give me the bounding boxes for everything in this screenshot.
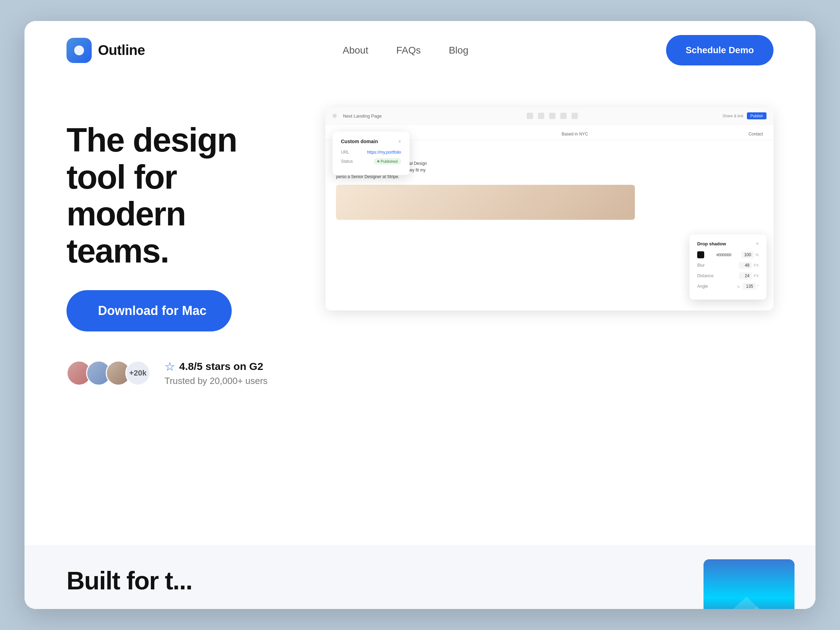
distance-value[interactable]: 24 xyxy=(739,272,752,279)
publish-button[interactable]: Publish xyxy=(747,112,766,119)
angle-input: ↘ 135 ° xyxy=(736,283,759,290)
download-for-mac-button[interactable]: Download for Mac xyxy=(66,290,232,332)
panel-title-row: Drop shadow × xyxy=(697,241,759,246)
custom-domain-modal: Custom domain × URL https://my.portfolio… xyxy=(333,132,409,175)
svg-marker-1 xyxy=(723,606,789,609)
app-toolbar: Next Landing Page Share & link Publish xyxy=(325,107,774,125)
browser-window: Outline About FAQs Blog Schedule Demo Th… xyxy=(25,21,815,609)
hero-right: Next Landing Page Share & link Publish xyxy=(305,107,774,332)
toolbar-dot xyxy=(333,114,337,118)
nav-link-blog[interactable]: Blog xyxy=(449,45,468,56)
section-2: Built for t... xyxy=(25,545,815,609)
status-dot xyxy=(377,160,379,163)
status-label: Status xyxy=(341,159,353,164)
modal-status-row: Status Published xyxy=(341,158,401,164)
drop-shadow-panel: Drop shadow × #000000 100 % xyxy=(690,235,766,300)
toolbar-title: Next Landing Page xyxy=(343,114,382,118)
section-2-image xyxy=(704,559,794,609)
toolbar-left: Next Landing Page xyxy=(333,114,382,118)
blur-label: Blur xyxy=(697,263,739,268)
logo-icon xyxy=(66,38,92,63)
page-content: Outline About FAQs Blog Schedule Demo Th… xyxy=(25,21,815,609)
modal-url-row: URL https://my.portfolio xyxy=(341,150,401,155)
mountain-svg xyxy=(704,590,789,609)
hero-left: The design tool for modern teams. Downlo… xyxy=(66,107,284,387)
portfolio-header-mid: Based in NYC xyxy=(562,132,588,136)
panel-blur-row: Blur 48 PX xyxy=(697,262,759,269)
star-icon: ☆ xyxy=(164,360,175,373)
avatars: +20k xyxy=(66,360,150,386)
trusted-text: Trusted by 20,000+ users xyxy=(164,376,268,387)
angle-value[interactable]: 135 xyxy=(743,283,756,290)
opacity-value[interactable]: 100 xyxy=(741,251,754,258)
angle-label: Angle xyxy=(697,284,736,289)
logo-text: Outline xyxy=(98,43,145,58)
panel-distance-row: Distance 24 PX xyxy=(697,272,759,279)
blur-value[interactable]: 48 xyxy=(739,262,752,269)
portfolio-header-right: Contact xyxy=(748,132,763,136)
color-hex-input[interactable]: #000000 xyxy=(717,253,731,257)
logo-dot xyxy=(74,46,84,55)
modal-close-button[interactable]: × xyxy=(398,139,401,144)
app-content: Custom domain × URL https://my.portfolio… xyxy=(325,125,774,310)
toolbar-right: Share & link Publish xyxy=(723,112,766,119)
panel-close-button[interactable]: × xyxy=(756,241,759,246)
panel-angle-row: Angle ↘ 135 ° xyxy=(697,283,759,290)
distance-label: Distance xyxy=(697,273,739,278)
opacity-input: 100 % xyxy=(741,251,759,258)
blur-unit: PX xyxy=(753,263,759,267)
portfolio-image xyxy=(336,185,635,220)
angle-unit: ° xyxy=(757,284,759,288)
rating-text: 4.8/5 stars on G2 xyxy=(179,360,263,373)
url-label: URL xyxy=(341,150,349,155)
modal-title: Custom domain xyxy=(341,139,378,144)
navbar: Outline About FAQs Blog Schedule Demo xyxy=(25,21,815,79)
status-badge: Published xyxy=(374,158,401,164)
modal-title-row: Custom domain × xyxy=(341,139,401,144)
mountain-image xyxy=(704,559,794,609)
toolbar-icon-2 xyxy=(538,113,544,119)
nav-link-faqs[interactable]: FAQs xyxy=(396,45,421,56)
svg-marker-0 xyxy=(704,597,789,609)
blur-input: 48 PX xyxy=(739,262,759,269)
panel-title: Drop shadow xyxy=(697,241,726,246)
toolbar-icon-5 xyxy=(572,113,578,119)
distance-unit: PX xyxy=(753,274,759,278)
distance-input: 24 PX xyxy=(739,272,759,279)
schedule-demo-button[interactable]: Schedule Demo xyxy=(666,35,774,65)
angle-arrow-icon: ↘ xyxy=(736,284,740,289)
hero-title: The design tool for modern teams. xyxy=(66,122,284,269)
nav-links: About FAQs Blog xyxy=(343,45,468,56)
logo-area: Outline xyxy=(66,38,145,63)
toolbar-icon-4 xyxy=(561,113,567,119)
social-proof: +20k ☆ 4.8/5 stars on G2 Trusted by 20,0… xyxy=(66,360,284,387)
app-preview: Next Landing Page Share & link Publish xyxy=(325,107,774,311)
share-label: Share & link xyxy=(723,114,744,118)
url-value: https://my.portfolio xyxy=(367,150,401,155)
rating-area: ☆ 4.8/5 stars on G2 Trusted by 20,000+ u… xyxy=(164,360,268,387)
opacity-unit: % xyxy=(755,253,759,257)
section-2-title: Built for t... xyxy=(66,566,192,595)
color-swatch xyxy=(697,251,704,258)
toolbar-icons xyxy=(527,113,578,119)
stars-row: ☆ 4.8/5 stars on G2 xyxy=(164,360,268,373)
toolbar-icon-1 xyxy=(527,113,533,119)
toolbar-icon-3 xyxy=(549,113,556,119)
hero-section: The design tool for modern teams. Downlo… xyxy=(25,79,815,545)
avatar-count: +20k xyxy=(125,360,150,386)
nav-link-about[interactable]: About xyxy=(343,45,368,56)
panel-color-row: #000000 100 % xyxy=(697,251,759,258)
status-value: Published xyxy=(381,159,398,163)
